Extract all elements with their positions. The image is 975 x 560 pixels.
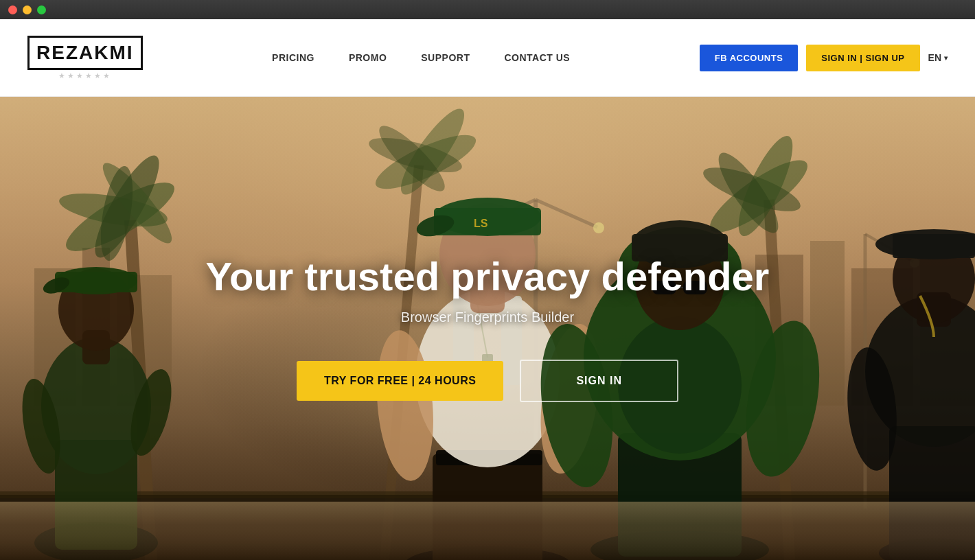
try-free-button[interactable]: TRY FOR FREE | 24 hours xyxy=(297,361,503,401)
navbar: REZAKMI ★★★★★★ PRICING PROMO SUPPORT CON… xyxy=(0,19,975,97)
language-selector[interactable]: EN ▾ xyxy=(928,52,948,63)
nav-contact[interactable]: CONTACT US xyxy=(504,52,570,63)
fb-accounts-button[interactable]: FB ACCOUNTS xyxy=(700,45,799,71)
browser-container: REZAKMI ★★★★★★ PRICING PROMO SUPPORT CON… xyxy=(0,19,975,560)
nav-support[interactable]: SUPPORT xyxy=(421,52,470,63)
nav-promo[interactable]: PROMO xyxy=(349,52,387,63)
svg-rect-81 xyxy=(893,234,975,258)
logo-box: REZAKMI xyxy=(27,36,143,70)
svg-text:LS: LS xyxy=(474,218,488,229)
nav-actions: FB ACCOUNTS SIGN IN | SIGN UP EN ▾ xyxy=(700,45,948,71)
hero-buttons: TRY FOR FREE | 24 hours SIGN IN xyxy=(206,360,770,402)
lang-label: EN xyxy=(928,52,941,63)
logo[interactable]: REZAKMI ★★★★★★ xyxy=(27,36,143,80)
chevron-down-icon: ▾ xyxy=(944,54,948,62)
window-chrome xyxy=(0,0,975,19)
logo-text: REZAKMI xyxy=(36,42,134,63)
fullscreen-button-icon[interactable] xyxy=(37,5,46,14)
nav-links: PRICING PROMO SUPPORT CONTACT US xyxy=(272,52,570,63)
hero-subtitle: Browser Fingerprints Builder xyxy=(206,310,770,325)
close-button-icon[interactable] xyxy=(8,5,17,14)
nav-pricing[interactable]: PRICING xyxy=(272,52,314,63)
minimize-button-icon[interactable] xyxy=(23,5,32,14)
svg-rect-82 xyxy=(0,502,975,560)
hero-section: LS xyxy=(0,97,975,560)
signin-signup-button[interactable]: SIGN IN | SIGN UP xyxy=(806,45,919,71)
logo-stars: ★★★★★★ xyxy=(58,71,112,80)
hero-content: Your trusted privacy defender Browser Fi… xyxy=(206,255,770,402)
hero-signin-button[interactable]: SIGN IN xyxy=(520,360,678,402)
svg-point-11 xyxy=(593,222,604,233)
hero-title: Your trusted privacy defender xyxy=(206,255,770,299)
